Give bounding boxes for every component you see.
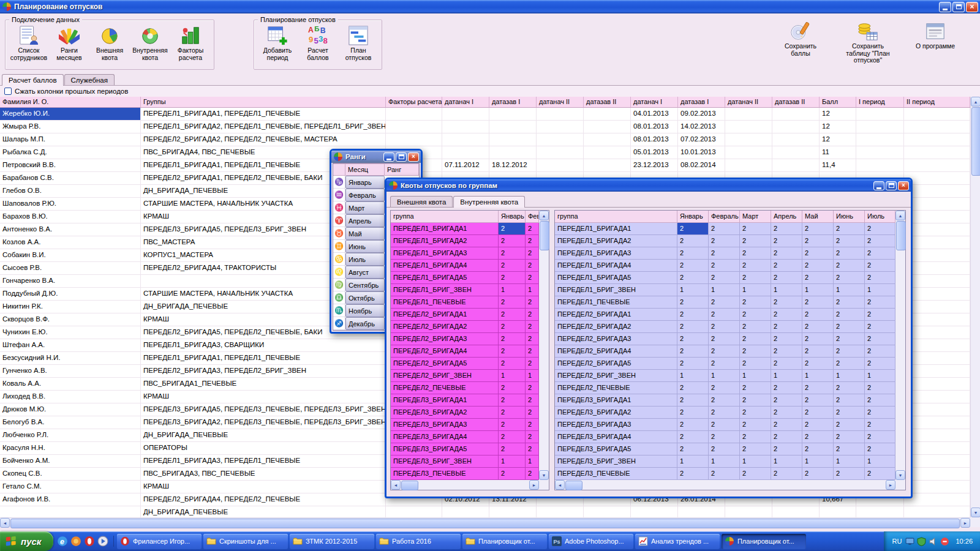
data-cell[interactable] <box>856 133 904 146</box>
data-cell[interactable] <box>772 121 820 133</box>
quota-value-cell[interactable]: 2 <box>677 309 709 321</box>
employee-name-cell[interactable]: Жмыра Р.В. <box>0 121 141 133</box>
employee-name-cell[interactable]: Гунченко А.В. <box>0 365 141 377</box>
ranks-close-button[interactable]: × <box>408 152 419 162</box>
data-cell[interactable] <box>725 146 772 159</box>
quota-value-cell[interactable]: 2 <box>865 260 895 272</box>
data-cell[interactable] <box>904 211 970 223</box>
employee-name-cell[interactable]: Чунихин Е.Ю. <box>0 326 141 339</box>
quota-group-cell[interactable]: ПЕРЕДЕЛ2_БРИГАДА1 <box>391 309 499 321</box>
quota-value-cell[interactable]: 2 <box>771 345 802 358</box>
quota-horizontal-scrollbar[interactable]: ◄► <box>555 480 895 490</box>
quota-value-cell[interactable]: 2 <box>802 247 834 260</box>
quota-group-cell[interactable]: ПЕРЕДЕЛ2_ПЕЧЕВЫЕ <box>391 382 499 394</box>
employee-name-cell[interactable]: Любченко Р.Л. <box>0 429 141 441</box>
quota-group-cell[interactable]: ПЕРЕДЕЛ3_БРИГАДА2 <box>555 407 677 419</box>
data-cell[interactable] <box>904 429 970 441</box>
data-cell[interactable] <box>904 172 970 184</box>
data-cell[interactable] <box>386 121 442 133</box>
quota-value-cell[interactable]: 2 <box>709 419 740 431</box>
quota-value-cell[interactable]: 2 <box>771 407 802 419</box>
employee-name-cell[interactable] <box>0 506 141 517</box>
toolbar-button-calcscores[interactable]: АБВ9538Расчет баллов <box>298 25 337 61</box>
data-cell[interactable] <box>904 249 970 261</box>
quota-value-cell[interactable]: 2 <box>771 394 802 407</box>
quota-value-cell[interactable]: 2 <box>834 235 865 247</box>
quota-value-cell[interactable]: 2 <box>834 333 865 345</box>
toolbar-button-employees[interactable]: Список сотрудников <box>9 25 48 61</box>
quota-value-cell[interactable]: 2 <box>771 443 802 455</box>
quota-group-cell[interactable]: ПЕРЕДЕЛ3_БРИГАДА3 <box>391 419 499 431</box>
month-button[interactable]: Сентябрь <box>345 279 385 291</box>
quota-value-cell[interactable]: 1 <box>499 455 526 468</box>
data-cell[interactable] <box>772 108 820 120</box>
quota-value-cell[interactable]: 2 <box>865 309 895 321</box>
taskbar-button-7[interactable]: Планировщик от... <box>722 534 806 549</box>
quota-value-cell[interactable]: 2 <box>834 394 865 407</box>
data-cell[interactable]: ПВС_БРИГАДА3, ПВС_ПЕЧЕВЫЕ <box>141 468 386 480</box>
data-cell[interactable] <box>856 146 904 159</box>
quota-value-cell[interactable]: 2 <box>526 407 539 419</box>
data-cell[interactable] <box>904 455 970 467</box>
data-cell[interactable]: 08.01.2013 <box>631 133 678 146</box>
quota-value-cell[interactable]: 2 <box>834 382 865 394</box>
quota-value-cell[interactable]: 2 <box>499 321 526 333</box>
quota-value-cell[interactable]: 2 <box>526 468 539 480</box>
data-cell[interactable]: ПЕРЕДЕЛ1_БРИГАДА3, ПЕРЕДЕЛ1_ПЕЧЕВЫЕ <box>141 455 386 467</box>
data-cell[interactable] <box>725 121 772 133</box>
quota-value-cell[interactable]: 2 <box>802 382 834 394</box>
quota-value-cell[interactable]: 2 <box>834 321 865 333</box>
data-cell[interactable] <box>386 133 442 146</box>
employee-name-cell[interactable]: Лиходед В.В. <box>0 391 141 403</box>
quota-value-cell[interactable]: 2 <box>802 223 834 235</box>
quota-horizontal-scrollbar[interactable]: ◄► <box>391 480 539 490</box>
quota-value-cell[interactable]: 1 <box>526 284 539 296</box>
quota-value-cell[interactable]: 2 <box>865 345 895 358</box>
employee-name-cell[interactable]: Гетало С.М. <box>0 481 141 493</box>
quota-value-cell[interactable]: 2 <box>499 468 526 480</box>
quota-value-cell[interactable]: 2 <box>499 235 526 247</box>
quota-value-cell[interactable]: 2 <box>865 223 895 235</box>
quota-value-cell[interactable]: 2 <box>802 394 834 407</box>
data-cell[interactable] <box>678 506 725 517</box>
quota-value-cell[interactable]: 1 <box>677 284 709 296</box>
quota-value-cell[interactable]: 1 <box>677 370 709 382</box>
main-vertical-scrollbar[interactable]: ▲▼ <box>970 97 980 517</box>
quota-value-cell[interactable]: 2 <box>740 345 771 358</box>
quota-value-cell[interactable]: 2 <box>740 394 771 407</box>
quota-value-cell[interactable]: 2 <box>802 468 834 480</box>
toolbar-button-addperiod[interactable]: Добавить период <box>258 25 297 61</box>
quota-value-cell[interactable]: 2 <box>526 333 539 345</box>
quota-value-cell[interactable]: 2 <box>834 419 865 431</box>
tab-0[interactable]: Расчет баллов <box>2 74 64 86</box>
quota-value-cell[interactable]: 2 <box>865 443 895 455</box>
quota-tab-0[interactable]: Внешняя квота <box>390 196 453 207</box>
data-cell[interactable]: ПЕРЕДЕЛ2_БРИГАДА2, ПЕРЕДЕЛ2_ПЕЧЕВЫЕ, МАС… <box>141 133 386 146</box>
quota-value-cell[interactable]: 2 <box>526 223 539 235</box>
scroll-up-button[interactable]: ▲ <box>971 97 980 107</box>
quota-value-cell[interactable]: 2 <box>802 431 834 443</box>
scroll-right-button[interactable]: ► <box>529 480 539 490</box>
quota-value-cell[interactable]: 2 <box>709 333 740 345</box>
employee-name-cell[interactable]: Скворцов В.Ф. <box>0 313 141 326</box>
data-cell[interactable] <box>856 159 904 171</box>
main-horizontal-scrollbar[interactable]: ◄► <box>0 517 970 527</box>
quota-group-cell[interactable]: ПЕРЕДЕЛ3_ПЕЧЕВЫЕ <box>555 468 677 480</box>
data-cell[interactable]: 10.01.2013 <box>678 146 725 159</box>
data-cell[interactable]: ПВС_БРИГАДА1_ПЕЧЕВЫЕ <box>141 378 386 390</box>
taskbar-button-3[interactable]: Работа 2016 <box>376 534 461 549</box>
data-cell[interactable] <box>442 146 489 159</box>
quota-group-cell[interactable]: ПЕРЕДЕЛ2_БРИГАДА2 <box>391 321 499 333</box>
taskbar-button-5[interactable]: PsAdobe Photoshop... <box>549 534 633 549</box>
taskbar-button-0[interactable]: Фрилансер Игор... <box>117 534 202 549</box>
employee-name-cell[interactable]: Бойченко А.М. <box>0 455 141 467</box>
scroll-thumb[interactable] <box>401 481 418 490</box>
quota-group-cell[interactable]: ПЕРЕДЕЛ2_БРИГ_ЗВЕН <box>391 370 499 382</box>
quota-value-cell[interactable]: 2 <box>499 247 526 260</box>
quota-value-cell[interactable]: 1 <box>709 455 740 468</box>
table-row[interactable]: Жеребко Ю.И.ПЕРЕДЕЛ1_БРИГАДА1, ПЕРЕДЕЛ1_… <box>0 108 970 121</box>
quota-value-cell[interactable]: 2 <box>740 235 771 247</box>
quota-group-cell[interactable]: ПЕРЕДЕЛ1_БРИГАДА3 <box>391 247 499 260</box>
firefox-icon[interactable] <box>70 536 81 547</box>
data-cell[interactable] <box>725 159 772 171</box>
